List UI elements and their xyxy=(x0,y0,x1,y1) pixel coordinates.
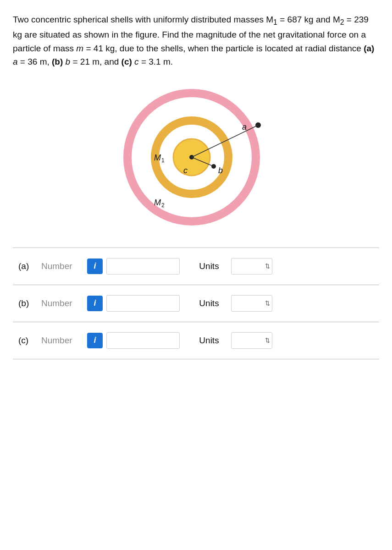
units-label-a: Units xyxy=(191,261,227,271)
info-button-a[interactable]: i xyxy=(87,258,103,274)
row-label-b: (b) xyxy=(18,298,41,308)
answer-row-a: (a) Number i Units N mN μN kN xyxy=(13,248,379,285)
diagram-area: a b c M 1 M 2 xyxy=(13,77,379,233)
row-label-c: (c) xyxy=(18,336,41,346)
units-select-c[interactable]: N mN μN kN xyxy=(231,332,272,349)
problem-statement: Two concentric spherical shells with uni… xyxy=(13,13,379,69)
svg-text:M: M xyxy=(154,198,161,207)
info-button-c[interactable]: i xyxy=(87,333,103,348)
svg-text:b: b xyxy=(218,166,223,175)
answer-row-b: (b) Number i Units N mN μN kN xyxy=(13,285,379,322)
svg-text:a: a xyxy=(242,122,247,132)
number-input-c[interactable] xyxy=(106,332,180,349)
units-select-a[interactable]: N mN μN kN xyxy=(231,258,272,275)
answer-row-c: (c) Number i Units N mN μN kN xyxy=(13,322,379,359)
svg-text:M: M xyxy=(154,153,161,162)
svg-text:c: c xyxy=(183,166,188,175)
row-number-placeholder-c: Number xyxy=(41,336,87,346)
units-label-c: Units xyxy=(191,336,227,346)
page: Two concentric spherical shells with uni… xyxy=(0,0,392,550)
svg-text:1: 1 xyxy=(161,157,165,164)
diagram-svg: a b c M 1 M 2 xyxy=(100,82,293,228)
number-input-b[interactable] xyxy=(106,295,180,312)
row-number-placeholder-a: Number xyxy=(41,261,87,271)
units-select-b[interactable]: N mN μN kN xyxy=(231,295,272,312)
row-label-a: (a) xyxy=(18,261,41,271)
units-select-wrapper-b: N mN μN kN xyxy=(227,295,272,312)
answer-rows: (a) Number i Units N mN μN kN (b) Number… xyxy=(13,248,379,359)
info-button-b[interactable]: i xyxy=(87,296,103,311)
number-input-a[interactable] xyxy=(106,258,180,275)
units-select-wrapper-a: N mN μN kN xyxy=(227,258,272,275)
row-number-placeholder-b: Number xyxy=(41,298,87,308)
units-select-wrapper-c: N mN μN kN xyxy=(227,332,272,349)
units-label-b: Units xyxy=(191,298,227,308)
svg-text:2: 2 xyxy=(161,202,165,209)
